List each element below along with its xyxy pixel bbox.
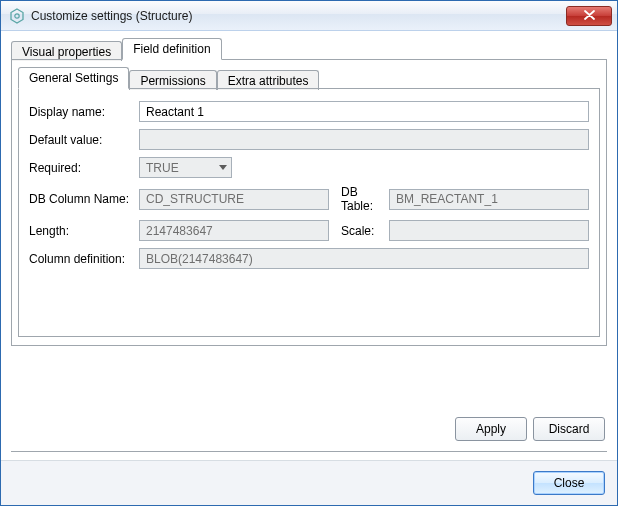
tab-field-definition[interactable]: Field definition [122,38,221,60]
window-close-button[interactable] [566,6,612,26]
window-title: Customize settings (Structure) [31,9,566,23]
row-column-definition: Column definition: [29,248,589,269]
input-db-table [389,189,589,210]
row-display-name: Display name: [29,101,589,122]
chevron-down-icon [219,165,227,170]
input-default-value [139,129,589,150]
input-column-definition [139,248,589,269]
row-length-scale: Length: Scale: [29,220,589,241]
apply-button[interactable]: Apply [455,417,527,441]
input-display-name[interactable] [139,101,589,122]
discard-button[interactable]: Discard [533,417,605,441]
row-default-value: Default value: [29,129,589,150]
input-scale [389,220,589,241]
row-required: Required: TRUE [29,157,589,178]
label-length: Length: [29,224,139,238]
label-required: Required: [29,161,139,175]
dialog-window: Customize settings (Structure) Visual pr… [0,0,618,506]
inner-tabpanel: Display name: Default value: Required: T… [18,89,600,337]
label-db-table: DB Table: [329,185,389,213]
select-required: TRUE [139,157,232,178]
label-default-value: Default value: [29,133,139,147]
outer-tabstrip: Visual properties Field definition [11,37,607,60]
label-db-column: DB Column Name: [29,192,139,206]
app-icon [9,8,25,24]
tab-extra-attributes[interactable]: Extra attributes [217,70,320,90]
dialog-footer: Close [1,460,617,505]
dialog-content: Visual properties Field definition Gener… [1,31,617,460]
inner-tabstrip: General Settings Permissions Extra attri… [18,66,600,89]
tab-permissions[interactable]: Permissions [129,70,216,90]
tab-visual-properties[interactable]: Visual properties [11,41,122,61]
close-button[interactable]: Close [533,471,605,495]
label-display-name: Display name: [29,105,139,119]
title-bar: Customize settings (Structure) [1,1,617,31]
label-column-definition: Column definition: [29,252,139,266]
input-length [139,220,329,241]
svg-marker-0 [11,9,23,23]
tab-general-settings[interactable]: General Settings [18,67,129,89]
spacer [11,346,607,407]
row-db-column: DB Column Name: DB Table: [29,185,589,213]
label-scale: Scale: [329,224,389,238]
outer-tabpanel: General Settings Permissions Extra attri… [11,60,607,346]
input-db-column [139,189,329,210]
action-panel: Apply Discard [11,407,607,452]
svg-point-1 [15,13,19,17]
close-icon [584,9,595,23]
select-required-value: TRUE [146,161,179,175]
